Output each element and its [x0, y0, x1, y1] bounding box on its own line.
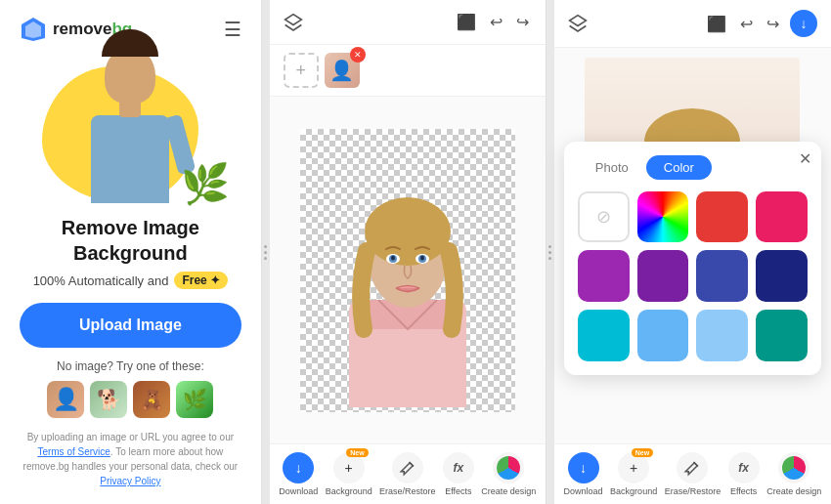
right-redo-icon[interactable]: ↪ [764, 12, 782, 36]
subline: 100% Automatically and Free ✦ [33, 272, 228, 289]
right-download-button[interactable]: ↓ [790, 10, 817, 37]
right-panel: ⬛ ↩ ↪ ↓ [554, 0, 831, 504]
redo-icon[interactable]: ↪ [513, 10, 532, 34]
tab-photo[interactable]: Photo [578, 155, 646, 180]
free-badge: Free ✦ [174, 272, 228, 289]
compare-icon[interactable]: ⬛ [454, 10, 479, 34]
swatch-hotpink[interactable] [756, 191, 808, 243]
hero-illustration: 🌿 [22, 57, 238, 203]
upload-button[interactable]: Upload Image [20, 303, 241, 348]
left-panel: removebg ☰ 🌿 Remove Image Background 100… [0, 0, 262, 504]
create-design-tool[interactable]: Create design [481, 452, 536, 496]
swatch-purple[interactable] [578, 250, 630, 302]
delete-thumbnail-button[interactable]: ✕ [350, 47, 366, 63]
swatch-light-blue[interactable] [637, 310, 689, 361]
swatch-light-blue-2[interactable] [696, 310, 748, 361]
right-erase-restore-tool[interactable]: Erase/Restore [665, 452, 722, 496]
sample-thumb-person[interactable] [47, 381, 84, 418]
swatch-dark-purple[interactable] [637, 250, 689, 302]
image-thumbnail[interactable]: ✕ [325, 53, 360, 88]
swatch-red[interactable] [696, 191, 748, 243]
right-undo-icon[interactable]: ↩ [737, 12, 756, 36]
middle-canvas [270, 97, 546, 443]
hero-person-figure [81, 66, 179, 203]
swatch-dark-blue[interactable] [756, 250, 808, 302]
middle-toolbar: ⬛ ↩ ↪ [270, 0, 546, 45]
undo-icon[interactable]: ↩ [487, 10, 505, 34]
right-bottom-toolbar: ↓ Download + New Background Erase/Restor… [554, 443, 831, 504]
right-toolbar: ⬛ ↩ ↪ ↓ [554, 0, 831, 48]
woman-svg [310, 134, 505, 407]
svg-marker-2 [284, 14, 301, 24]
right-effects-tool[interactable]: fx Effects [728, 452, 760, 496]
color-swatches-grid: ⊘ [578, 191, 808, 361]
swatch-none[interactable]: ⊘ [578, 191, 630, 243]
layers-icon[interactable] [284, 13, 303, 32]
logo-icon [20, 16, 47, 43]
plant-icon: 🌿 [181, 164, 230, 203]
swatch-cyan[interactable] [578, 310, 630, 361]
right-create-design-tool[interactable]: Create design [766, 452, 821, 496]
svg-marker-14 [570, 16, 587, 26]
middle-bottom-toolbar: ↓ Download + New Background Erase/Restor… [270, 443, 546, 504]
right-canvas: ✕ Photo Color ⊘ [554, 48, 831, 443]
terms-link[interactable]: Terms of Service [37, 446, 109, 457]
swatch-teal[interactable] [756, 310, 808, 361]
photo-color-tabs: Photo Color [578, 155, 808, 180]
headline: Remove Image Background [20, 215, 241, 266]
left-divider[interactable] [262, 0, 270, 504]
right-download-tool[interactable]: ↓ Download [564, 452, 603, 496]
right-compare-icon[interactable]: ⬛ [704, 12, 729, 36]
svg-point-10 [391, 255, 395, 260]
swatch-indigo[interactable] [696, 250, 748, 302]
swatch-rainbow[interactable] [637, 191, 689, 243]
no-image-text: No image? Try one of these: [57, 359, 204, 373]
privacy-link[interactable]: Privacy Policy [100, 476, 160, 486]
woman-image [300, 129, 515, 412]
sample-thumb-object[interactable] [133, 381, 170, 418]
right-background-tool[interactable]: + New Background [610, 452, 657, 496]
sample-thumbnails [47, 381, 213, 418]
close-color-panel-button[interactable]: ✕ [799, 149, 811, 168]
hamburger-icon[interactable]: ☰ [224, 18, 241, 41]
right-divider[interactable] [547, 0, 554, 504]
tab-color[interactable]: Color [646, 155, 712, 180]
sample-thumb-dog[interactable] [90, 381, 127, 418]
effects-tool[interactable]: fx Effects [443, 452, 474, 496]
right-layers-icon[interactable] [568, 14, 588, 33]
color-picker-panel: ✕ Photo Color ⊘ [564, 142, 821, 375]
middle-panel: ⬛ ↩ ↪ + ✕ [270, 0, 547, 504]
thumbnail-strip: + ✕ [270, 45, 546, 97]
erase-restore-tool[interactable]: Erase/Restore [379, 452, 436, 496]
sample-thumb-plant[interactable] [176, 381, 213, 418]
svg-point-13 [420, 255, 424, 260]
add-image-button[interactable]: + [284, 53, 319, 88]
terms-text: By uploading an image or URL you agree t… [20, 430, 241, 488]
background-tool[interactable]: + New Background [326, 452, 372, 496]
canvas-image-container [300, 129, 515, 412]
download-tool[interactable]: ↓ Download [279, 452, 318, 496]
